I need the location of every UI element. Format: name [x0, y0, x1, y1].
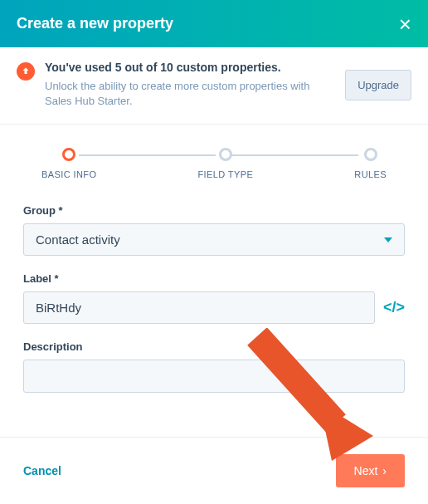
- modal-header: Create a new property ×: [0, 0, 428, 47]
- step-field-type[interactable]: FIELD TYPE: [197, 148, 253, 179]
- step-circle-icon: [62, 148, 75, 161]
- step-connector: [79, 154, 216, 156]
- step-label: RULES: [354, 169, 387, 179]
- next-button[interactable]: Next ›: [336, 454, 405, 487]
- form-body: Group * Contact activity Label * </> Des…: [0, 196, 428, 429]
- group-value: Contact activity: [36, 232, 120, 247]
- label-label: Label *: [23, 272, 405, 285]
- close-icon[interactable]: ×: [399, 13, 411, 35]
- upgrade-button[interactable]: Upgrade: [345, 70, 411, 100]
- step-basic-info[interactable]: BASIC INFO: [41, 148, 96, 179]
- group-label: Group *: [23, 204, 405, 217]
- step-label: FIELD TYPE: [197, 169, 253, 179]
- step-rules[interactable]: RULES: [354, 148, 387, 179]
- upgrade-arrow-icon: [17, 62, 35, 81]
- description-input[interactable]: [23, 360, 405, 393]
- group-select[interactable]: Contact activity: [23, 223, 405, 256]
- label-input[interactable]: [23, 291, 375, 324]
- modal-title: Create a new property: [17, 15, 173, 32]
- step-circle-icon: [219, 148, 232, 161]
- step-circle-icon: [364, 148, 377, 161]
- chevron-right-icon: ›: [382, 464, 387, 477]
- next-label: Next: [354, 464, 378, 477]
- usage-banner: You've used 5 out of 10 custom propertie…: [0, 47, 428, 125]
- description-label: Description: [23, 340, 405, 353]
- group-field: Group * Contact activity: [23, 204, 405, 256]
- modal-footer: Cancel Next ›: [0, 437, 428, 504]
- banner-title: You've used 5 out of 10 custom propertie…: [45, 61, 335, 74]
- code-icon[interactable]: </>: [383, 299, 405, 316]
- progress-stepper: BASIC INFO FIELD TYPE RULES: [0, 125, 428, 196]
- chevron-down-icon: [384, 237, 392, 242]
- step-label: BASIC INFO: [41, 169, 96, 179]
- banner-subtitle: Unlock the ability to create more custom…: [45, 79, 335, 109]
- cancel-button[interactable]: Cancel: [23, 464, 61, 477]
- banner-text: You've used 5 out of 10 custom propertie…: [45, 61, 335, 109]
- description-field: Description: [23, 340, 405, 393]
- label-field: Label * </>: [23, 272, 405, 324]
